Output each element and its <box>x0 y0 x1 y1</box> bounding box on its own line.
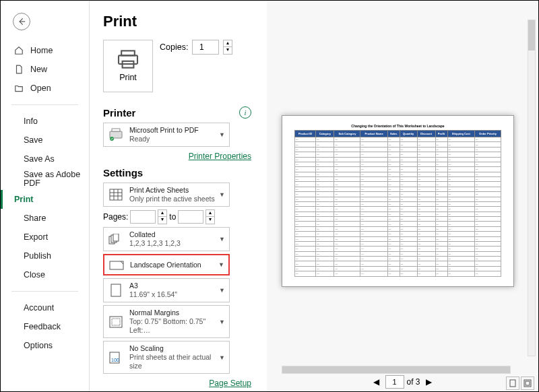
table-row: —————————— <box>295 251 501 256</box>
pages-to-label: to <box>169 212 176 222</box>
current-page-input[interactable] <box>385 375 404 389</box>
nav-feedback[interactable]: Feedback <box>1 317 89 336</box>
vertical-scrollbar[interactable] <box>528 20 536 356</box>
spinner-down-icon[interactable]: ▾ <box>224 47 232 54</box>
table-header: Shipping Cost <box>447 131 474 137</box>
nav-label: Open <box>30 84 51 93</box>
table-row: —————————— <box>295 271 501 276</box>
nav-label: Home <box>30 46 53 55</box>
divider <box>11 104 78 105</box>
paper-size-selector[interactable]: A311.69" x 16.54" ▼ <box>103 278 230 302</box>
copies-input[interactable] <box>192 40 219 55</box>
sidebar: Home New Open Info Save Save As Save as … <box>1 1 90 391</box>
nav-close[interactable]: Close <box>1 265 89 284</box>
printer-name: Microsoft Print to PDF <box>129 126 225 135</box>
pages-to-input[interactable] <box>178 210 203 224</box>
table-header: Sales <box>387 131 400 137</box>
paper-icon <box>108 284 124 297</box>
nav-info[interactable]: Info <box>1 112 89 131</box>
collation-selector[interactable]: Collated1,2,3 1,2,3 1,2,3 ▼ <box>103 227 230 251</box>
nav-open[interactable]: Open <box>1 79 89 98</box>
svg-rect-15 <box>111 284 121 296</box>
table-row: —————————— <box>295 137 501 142</box>
landscape-icon <box>108 258 125 271</box>
nav-save-adobe-pdf[interactable]: Save as Adobe PDF <box>1 168 89 190</box>
table-row: —————————— <box>295 172 501 176</box>
page-setup-link[interactable]: Page Setup <box>209 379 251 388</box>
page-preview: Changing the Orientation of This Workshe… <box>282 115 514 287</box>
home-icon <box>14 46 25 55</box>
prev-page-button[interactable]: ◀ <box>371 377 382 387</box>
table-row: —————————— <box>295 201 501 206</box>
nav-save[interactable]: Save <box>1 131 89 150</box>
page-title: Print <box>103 13 251 30</box>
printer-info-icon[interactable]: i <box>239 106 251 119</box>
table-row: —————————— <box>295 167 501 172</box>
table-row: —————————— <box>295 241 501 246</box>
nav-publish[interactable]: Publish <box>1 247 89 265</box>
svg-rect-0 <box>121 51 135 55</box>
print-preview-area: Changing the Orientation of This Workshe… <box>267 1 538 391</box>
margins-selector[interactable]: Normal MarginsTop: 0.75" Bottom: 0.75" L… <box>103 305 230 338</box>
back-button[interactable] <box>13 13 30 30</box>
table-header: Order Priority <box>474 131 501 137</box>
print-what-selector[interactable]: Print Active SheetsOnly print the active… <box>103 183 230 207</box>
table-row: —————————— <box>295 162 501 166</box>
scrollbar-thumb[interactable] <box>282 366 510 373</box>
table-row: —————————— <box>295 266 501 271</box>
nav-home[interactable]: Home <box>1 41 89 60</box>
new-icon <box>14 65 25 74</box>
pages-range: Pages: ▴▾ to ▴▾ <box>103 209 251 224</box>
orientation-selector[interactable]: Landscape Orientation ▼ <box>103 254 230 275</box>
back-arrow-icon <box>17 17 26 26</box>
settings-section-title: Settings <box>103 167 251 178</box>
nav-account[interactable]: Account <box>1 298 89 317</box>
chevron-down-icon: ▼ <box>219 191 225 198</box>
printer-device-icon <box>108 128 124 141</box>
copies-spinner[interactable]: ▴▾ <box>223 40 232 55</box>
printer-properties-link[interactable]: Printer Properties <box>189 152 251 161</box>
nav-export[interactable]: Export <box>1 228 89 247</box>
pages-label: Pages: <box>103 212 128 222</box>
pages-from-spinner[interactable]: ▴▾ <box>158 209 167 224</box>
table-row: —————————— <box>295 222 501 226</box>
svg-rect-14 <box>110 261 123 269</box>
next-page-button[interactable]: ▶ <box>423 377 435 387</box>
chevron-down-icon: ▼ <box>219 354 225 361</box>
scrollbar-thumb[interactable] <box>528 20 535 51</box>
table-row: —————————— <box>295 236 501 241</box>
nav-save-as[interactable]: Save As <box>1 150 89 168</box>
nav-options[interactable]: Options <box>1 336 89 355</box>
nav-print[interactable]: Print <box>1 190 89 209</box>
print-button[interactable]: Print <box>103 40 153 92</box>
scaling-selector[interactable]: 100 No ScalingPrint sheets at their actu… <box>103 341 230 374</box>
collated-icon <box>108 232 124 246</box>
horizontal-scrollbar[interactable] <box>282 366 511 374</box>
pages-from-input[interactable] <box>130 210 156 224</box>
table-header: Product Name <box>360 131 387 137</box>
table-row: —————————— <box>295 147 501 152</box>
chevron-down-icon: ▼ <box>219 131 225 138</box>
table-row: —————————— <box>295 257 501 261</box>
svg-rect-4 <box>112 129 120 131</box>
nav-share[interactable]: Share <box>1 209 89 228</box>
table-row: —————————— <box>295 197 501 201</box>
table-row: —————————— <box>295 226 501 231</box>
copies-control: Copies: ▴▾ <box>160 40 232 55</box>
table-row: —————————— <box>295 192 501 197</box>
preview-table: Product IDCategorySub CategoryProduct Na… <box>294 130 501 277</box>
table-row: —————————— <box>295 177 501 182</box>
total-pages-label: of 3 <box>406 377 420 387</box>
show-margins-button[interactable] <box>521 377 534 390</box>
table-row: —————————— <box>295 217 501 222</box>
svg-rect-1 <box>119 55 137 64</box>
pages-to-spinner[interactable]: ▴▾ <box>205 209 215 224</box>
table-row: —————————— <box>295 211 501 216</box>
printer-selector[interactable]: Microsoft Print to PDF Ready ▼ <box>103 123 230 147</box>
table-header: Quantity <box>400 131 417 137</box>
svg-rect-22 <box>526 381 530 385</box>
table-row: —————————— <box>295 142 501 147</box>
nav-new[interactable]: New <box>1 60 89 79</box>
zoom-to-page-button[interactable] <box>506 377 519 390</box>
table-row: —————————— <box>295 232 501 236</box>
